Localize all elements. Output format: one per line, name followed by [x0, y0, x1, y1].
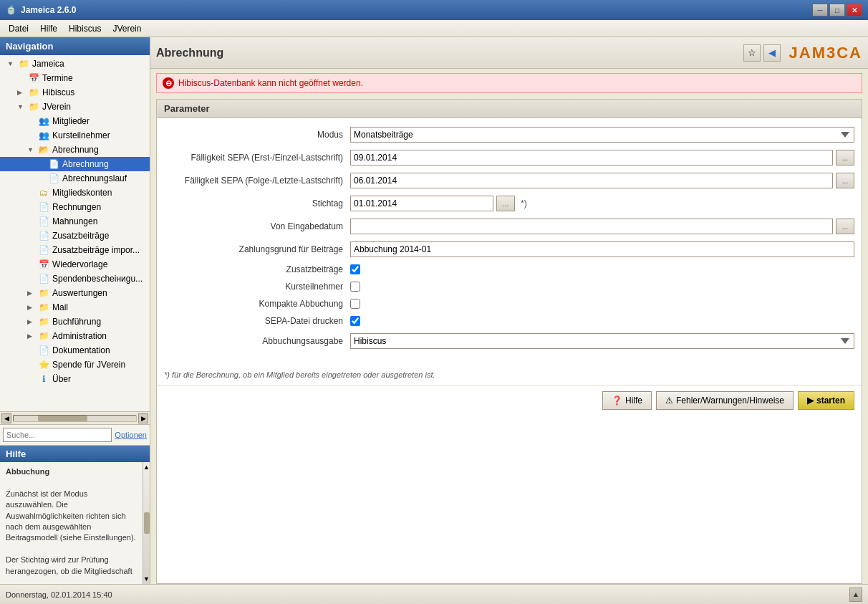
favorite-button[interactable]: ☆ — [743, 44, 761, 62]
scroll-right-button[interactable]: ▶ — [138, 413, 148, 423]
zahlungsgrund-input[interactable] — [350, 241, 854, 257]
tree-item-auswertungen[interactable]: ▶ 📁 Auswertungen — [0, 286, 150, 300]
tree-item-jameica[interactable]: ▼ 📁 Jameica — [0, 57, 150, 71]
help-scroll-up[interactable]: ▲ — [143, 464, 150, 471]
nav-tree[interactable]: ▼ 📁 Jameica 📅 Termine ▶ 📁 Hibiscus ▼ 📁 J — [0, 55, 150, 411]
faelligkeit-erst-picker-button[interactable]: ... — [836, 150, 854, 166]
close-button[interactable]: ✕ — [847, 4, 862, 16]
minimize-button[interactable]: ─ — [812, 4, 828, 16]
help-scroll-down[interactable]: ▼ — [143, 575, 150, 583]
kompakte-abbuchung-checkbox[interactable] — [350, 299, 360, 309]
tree-item-abrechnung[interactable]: 📄 Abrechnung — [0, 157, 150, 171]
tree-item-rechnungen[interactable]: 📄 Rechnungen — [0, 200, 150, 214]
menu-datei[interactable]: Datei — [3, 21, 34, 36]
jameica-arrow[interactable]: ▼ — [7, 60, 17, 67]
tree-item-hibiscus[interactable]: ▶ 📁 Hibiscus — [0, 85, 150, 100]
starten-label: starten — [816, 396, 845, 406]
hibiscus-arrow[interactable]: ▶ — [17, 89, 27, 96]
zahlungsgrund-row: Zahlungsgrund für Beiträge — [164, 241, 854, 257]
tree-item-wiedervorlage[interactable]: 📅 Wiedervorlage — [0, 257, 150, 272]
stichtag-picker-button[interactable]: ... — [496, 196, 515, 211]
von-eingabedatum-input[interactable] — [350, 219, 833, 234]
abrechnung-folder-arrow[interactable]: ▼ — [27, 146, 37, 153]
tree-item-kursteilnehmer[interactable]: 👥 Kursteilnehmer — [0, 128, 150, 143]
tree-item-jverein[interactable]: ▼ 📁 JVerein — [0, 100, 150, 114]
tree-item-mitgliedskonten[interactable]: 🗂 Mitgliedskonten — [0, 186, 150, 200]
params-body: Modus Monatsbeiträge Jahresbeiträge Woch… — [157, 118, 862, 365]
content-header: Abrechnung ☆ ◀ JAM3CA — [150, 37, 868, 69]
sepa-datei-row: SEPA-Datei drucken — [164, 316, 854, 326]
tree-item-spende[interactable]: ⭐ Spende für JVerein — [0, 358, 150, 372]
tree-item-spendenbescheinigung[interactable]: 📄 Spendenbescheiниgu... — [0, 272, 150, 286]
kursteilnehmer-checkbox[interactable] — [350, 282, 360, 292]
abrechnung-label: Abrechnung — [62, 159, 109, 169]
tree-item-mahnungen[interactable]: 📄 Mahnungen — [0, 214, 150, 229]
tree-item-zusatzbeitraege-import[interactable]: 📄 Zusatzbeiträge impor... — [0, 243, 150, 257]
tree-item-dokumentation[interactable]: 📄 Dokumentation — [0, 343, 150, 358]
abbuchungsausgabe-row: Abbuchungsausgabe Hibiscus Andere — [164, 333, 854, 349]
tree-item-abrechnungslauf[interactable]: 📄 Abrechnungslauf — [0, 171, 150, 186]
auswertungen-icon: 📁 — [37, 287, 50, 299]
scroll-left-button[interactable]: ◀ — [1, 413, 11, 423]
maximize-button[interactable]: □ — [829, 4, 845, 16]
administration-arrow[interactable]: ▶ — [27, 332, 37, 340]
spende-icon: ⭐ — [37, 359, 50, 370]
zusatzbeitraege-checkbox[interactable] — [350, 264, 360, 274]
abrechnungslauf-icon: 📄 — [47, 173, 60, 184]
tree-item-buchfuehrung[interactable]: ▶ 📁 Buchführung — [0, 315, 150, 329]
faelligkeit-folge-picker-button[interactable]: ... — [836, 173, 854, 188]
tree-item-administration[interactable]: ▶ 📁 Administration — [0, 329, 150, 343]
help-scrollbar[interactable]: ▲ ▼ — [143, 462, 150, 584]
tree-item-mitglieder[interactable]: 👥 Mitglieder — [0, 114, 150, 128]
von-eingabedatum-value: ... — [350, 219, 854, 234]
kursteilnehmer-row: Kursteilnehmer — [164, 282, 854, 292]
menu-jverein[interactable]: JVerein — [107, 21, 147, 36]
spende-label: Spende für JVerein — [52, 360, 125, 370]
mail-icon: 📁 — [37, 302, 50, 313]
zusatzbeitraege-cb-label: Zusatzbeiträge — [164, 264, 350, 274]
auswertungen-arrow[interactable]: ▶ — [27, 289, 37, 297]
sidebar-scrollbar[interactable] — [13, 415, 137, 422]
von-eingabedatum-picker-button[interactable]: ... — [836, 219, 854, 234]
sepa-datei-checkbox[interactable] — [350, 316, 360, 326]
wiedervorlage-icon: 📅 — [37, 259, 50, 270]
abbuchungsausgabe-value: Hibiscus Andere — [350, 333, 854, 349]
buchfuehrung-arrow[interactable]: ▶ — [27, 318, 37, 325]
hilfe-label: Hilfe — [625, 396, 642, 406]
search-input[interactable] — [3, 428, 112, 442]
back-button[interactable]: ◀ — [763, 44, 781, 62]
params-section: Parameter Modus Monatsbeiträge Jahresbei… — [156, 99, 862, 584]
tree-item-abrechnung-folder[interactable]: ▼ 📂 Abrechnung — [0, 143, 150, 157]
modus-select[interactable]: Monatsbeiträge Jahresbeiträge Wochenbeit… — [350, 127, 854, 143]
faelligkeit-folge-input[interactable] — [350, 173, 833, 188]
sidebar-thumb[interactable] — [38, 416, 87, 421]
abrechnung-folder-icon: 📂 — [37, 144, 50, 155]
abbuchungsausgabe-select[interactable]: Hibiscus Andere — [350, 333, 854, 349]
stichtag-input[interactable] — [350, 196, 493, 211]
content-title: Abrechnung — [156, 47, 223, 59]
app-icon: 🍵 — [6, 5, 16, 15]
faelligkeit-erst-input[interactable] — [350, 150, 833, 166]
faelligkeit-erst-value: ... — [350, 150, 854, 166]
tree-item-mail[interactable]: ▶ 📁 Mail — [0, 300, 150, 315]
sidebar-scrollbar-container[interactable]: ◀ ▶ — [0, 411, 150, 424]
fehler-button[interactable]: ⚠ Fehler/Warnungen/Hinweise — [656, 391, 794, 410]
jverein-arrow[interactable]: ▼ — [17, 103, 27, 110]
menu-hilfe[interactable]: Hilfe — [34, 21, 63, 36]
search-options-link[interactable]: Optionen — [115, 431, 147, 439]
sepa-datei-value — [350, 316, 854, 326]
stichtag-note: *) — [521, 198, 527, 208]
starten-button[interactable]: ▶ starten — [798, 391, 854, 410]
termine-label: Termine — [42, 73, 73, 83]
status-up-button[interactable]: ▲ — [849, 588, 862, 602]
spende-bescheinigung-label: Spendenbescheiниgu... — [52, 274, 143, 284]
zusatzbeitraege-cb-value — [350, 264, 854, 274]
nav-title: Navigation — [6, 41, 53, 52]
mail-arrow[interactable]: ▶ — [27, 304, 37, 311]
hilfe-button[interactable]: ❓ Hilfe — [602, 391, 652, 410]
menu-hibiscus[interactable]: Hibiscus — [63, 21, 107, 36]
tree-item-termine[interactable]: 📅 Termine — [0, 71, 150, 85]
tree-item-ueber[interactable]: ℹ Über — [0, 372, 150, 386]
menubar: Datei Hilfe Hibiscus JVerein — [0, 20, 868, 37]
tree-item-zusatzbeitraege[interactable]: 📄 Zusatzbeiträge — [0, 229, 150, 243]
